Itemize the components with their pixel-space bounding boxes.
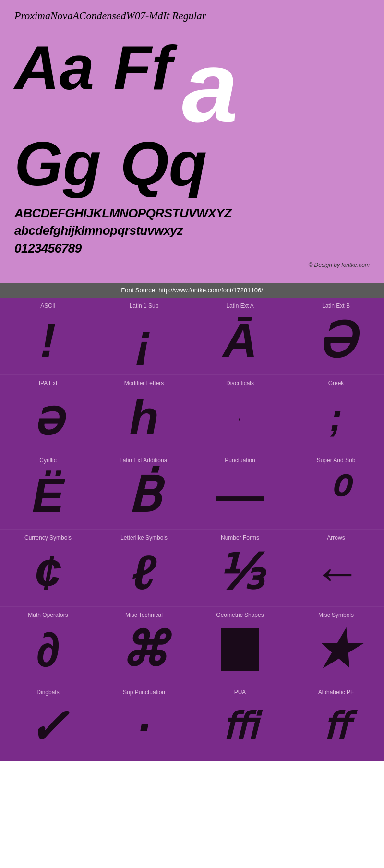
glyph-cell-arrows: Arrows ← [288,530,384,606]
label-alphabeticpf: Alphabetic PF [318,689,354,696]
char-superandsub: ⁰ [326,468,346,522]
glyph-cell-cyrillic: Cyrillic Ë [0,452,96,529]
glyph-row-2: IPA Ext ə Modifier Letters h Diacritical… [0,375,384,452]
glyph-cell-geoshapes: Geometric Shapes [192,607,288,684]
label-latin1sup: Latin 1 Sup [130,302,159,309]
label-modifierletters: Modifier Letters [124,380,164,386]
label-punctuation: Punctuation [225,457,255,464]
glyph-row-6: Dingbats ✓ Sup Punctuation · PUA ﬃ Alpha… [0,684,384,761]
alphabet-lower: abcdefghijklmnopqrstuvwxyz [14,222,370,239]
char-latin1sup: ¡ [136,313,152,367]
geometric-rect [221,628,259,671]
glyph-cell-ascii: ASCII ! [0,298,96,374]
alphabet-section: ABCDEFGHIJKLMNOPQRSTUVWXYZ abcdefghijklm… [14,205,370,257]
glyph-cell-modifierletters: Modifier Letters h [96,375,192,452]
label-diacriticals: Diacriticals [226,380,254,386]
char-suppunct: · [137,699,151,754]
glyph-cell-latinexta: Latin Ext A Ā [192,298,288,374]
source-text: Font Source: http://www.fontke.com/font/… [121,287,263,294]
label-ipaext: IPA Ext [39,380,57,386]
label-pua: PUA [234,689,246,696]
glyph-cell-miscsymbols: Misc Symbols ★ [288,607,384,684]
letter-aa: Aa [14,36,94,99]
glyph-cell-letterlike: Letterlike Symbols ℓ [96,530,192,606]
char-latinextb: Ə [317,313,355,367]
label-arrows: Arrows [327,534,345,541]
source-bar: Font Source: http://www.fontke.com/font/… [0,283,384,298]
glyph-cell-diacriticals: Diacriticals , [192,375,288,452]
glyph-cell-greek: Greek ; [288,375,384,452]
label-misctech: Misc Technical [125,612,163,618]
glyph-cell-numberforms: Number Forms ⅓ [192,530,288,606]
digits: 0123456789 [14,240,370,257]
letter-gg: Gg [14,133,101,195]
letter-qq: Qq [120,133,207,195]
char-letterlike: ℓ [132,545,156,599]
char-greek: ; [330,390,343,445]
label-latinextadd: Latin Ext Additional [120,457,168,464]
char-geoshapes [221,622,259,676]
label-numberforms: Number Forms [221,534,259,541]
char-pua: ﬃ [223,699,258,754]
label-latinexta: Latin Ext A [226,302,253,309]
glyph-cell-pua: PUA ﬃ [192,684,288,761]
glyph-cell-latinextadd: Latin Ext Additional Ḃ [96,452,192,529]
glyph-cell-latinextb: Latin Ext B Ə [288,298,384,374]
char-modifierletters: h [129,390,158,445]
label-mathops: Math Operators [28,612,68,618]
char-ipaext: ə [33,390,63,445]
glyph-cell-punctuation: Punctuation — [192,452,288,529]
char-arrows: ← [312,545,360,599]
label-latinextb: Latin Ext B [322,302,350,309]
char-cyrillic: Ë [32,468,64,522]
label-suppunct: Sup Punctuation [123,689,165,696]
glyph-cell-ipaext: IPA Ext ə [0,375,96,452]
char-mathops: ∂ [36,622,60,676]
label-currency: Currency Symbols [24,534,72,541]
glyph-cell-superandsub: Super And Sub ⁰ [288,452,384,529]
char-miscsymbols: ★ [314,622,358,676]
char-misctech: ⌘ [120,622,168,676]
glyph-cell-suppunct: Sup Punctuation · [96,684,192,761]
glyph-cell-misctech: Misc Technical ⌘ [96,607,192,684]
char-alphabeticpf: ﬀ [324,699,348,754]
char-latinextadd: Ḃ [128,468,161,522]
char-latinexta: Ā [223,313,257,367]
label-ascii: ASCII [40,302,55,309]
glyph-row-3: Cyrillic Ë Latin Ext Additional Ḃ Punctu… [0,452,384,530]
glyph-row-1: ASCII ! Latin 1 Sup ¡ Latin Ext A Ā Lati… [0,298,384,375]
char-ascii: ! [40,313,56,367]
big-letters-display: Aa Ff a Gg Qq [14,36,370,195]
header-section: ProximaNovaACondensedW07-MdIt Regular Aa… [0,0,384,283]
label-greek: Greek [328,380,344,386]
glyph-cell-alphabeticpf: Alphabetic PF ﬀ [288,684,384,761]
glyph-cell-currency: Currency Symbols ¢ [0,530,96,606]
label-dingbats: Dingbats [36,689,59,696]
alphabet-upper: ABCDEFGHIJKLMNOPQRSTUVWXYZ [14,205,370,222]
font-title: ProximaNovaACondensedW07-MdIt Regular [14,10,370,22]
char-diacriticals: , [239,390,241,445]
glyphs-section: ASCII ! Latin 1 Sup ¡ Latin Ext A Ā Lati… [0,298,384,761]
char-punctuation: — [216,468,264,522]
char-dingbats: ✓ [28,699,68,754]
glyph-row-4: Currency Symbols ¢ Letterlike Symbols ℓ … [0,530,384,607]
label-geoshapes: Geometric Shapes [216,612,264,618]
letter-a-white: a [182,36,238,137]
char-numberforms: ⅓ [217,545,264,599]
glyph-cell-dingbats: Dingbats ✓ [0,684,96,761]
glyph-row-5: Math Operators ∂ Misc Technical ⌘ Geomet… [0,607,384,684]
label-letterlike: Letterlike Symbols [120,534,168,541]
letter-ff: Ff [113,36,172,99]
copyright: © Design by fontke.com [14,262,370,268]
label-miscsymbols: Misc Symbols [318,612,354,618]
glyph-cell-latin1sup: Latin 1 Sup ¡ [96,298,192,374]
label-superandsub: Super And Sub [317,457,356,464]
glyph-cell-mathops: Math Operators ∂ [0,607,96,684]
label-cyrillic: Cyrillic [39,457,56,464]
char-currency: ¢ [35,545,61,599]
